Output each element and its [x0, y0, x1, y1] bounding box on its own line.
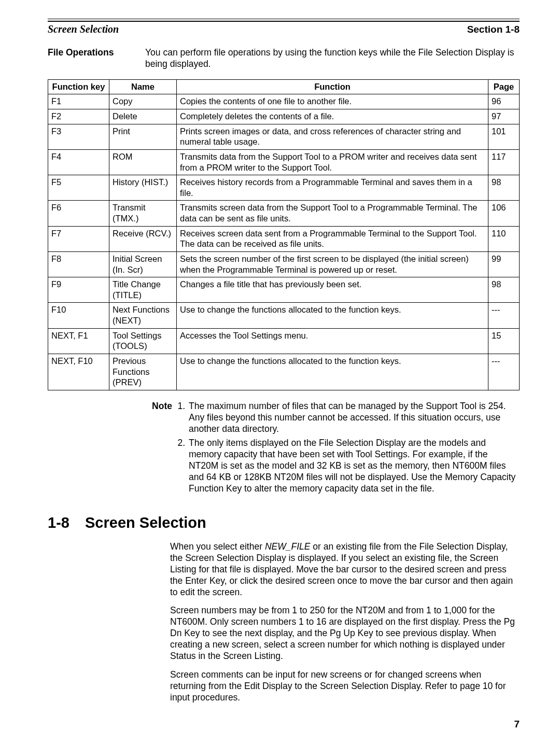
cell-page: 97 [488, 109, 520, 124]
cell-name: Previous Functions (PREV) [109, 354, 177, 390]
cell-name: Print [109, 124, 177, 149]
file-operations-text: You can perform file operations by using… [145, 47, 520, 70]
cell-func: Copies the contents of one file to anoth… [177, 94, 488, 109]
cell-name: Title Change (TITLE) [109, 277, 177, 303]
cell-page: --- [488, 303, 520, 328]
cell-func: Sets the screen number of the first scre… [177, 251, 488, 277]
section-p1a: When you select either [170, 541, 265, 552]
table-row: F3PrintPrints screen images or data, and… [48, 124, 520, 149]
section-p2: Screen numbers may be from 1 to 250 for … [170, 605, 520, 662]
rule-top-thick [48, 21, 520, 22]
table-row: F8Initial Screen (In. Scr)Sets the scree… [48, 251, 520, 277]
running-head-right: Section 1-8 [467, 23, 520, 36]
cell-name: Next Functions (NEXT) [109, 303, 177, 328]
cell-func: Use to change the functions allocated to… [177, 354, 488, 390]
table-row: NEXT, F1Tool Settings (TOOLS)Accesses th… [48, 328, 520, 354]
note-item: The only items displayed on the File Sel… [188, 438, 520, 494]
cell-name: History (HIST.) [109, 175, 177, 201]
cell-name: Delete [109, 109, 177, 124]
cell-key: F9 [48, 277, 109, 303]
col-page: Page [488, 79, 520, 94]
section-body: When you select either NEW_FILE or an ex… [170, 541, 520, 703]
cell-func: Prints screen images or data, and cross … [177, 124, 488, 149]
table-row: F1CopyCopies the contents of one file to… [48, 94, 520, 109]
cell-name: Copy [109, 94, 177, 109]
cell-page: 98 [488, 175, 520, 201]
cell-key: F3 [48, 124, 109, 149]
table-row: F2DeleteCompletely deletes the contents … [48, 109, 520, 124]
cell-page: --- [488, 354, 520, 390]
section-heading: 1-8 Screen Selection [48, 513, 520, 532]
cell-name: Tool Settings (TOOLS) [109, 328, 177, 354]
cell-name: Transmit (TMX.) [109, 201, 177, 226]
function-key-table: Function key Name Function Page F1CopyCo… [48, 79, 520, 390]
note-list: The maximum number of files that can be … [174, 401, 520, 498]
cell-func: Receives screen data sent from a Program… [177, 226, 488, 251]
page: Screen Selection Section 1-8 File Operat… [0, 0, 560, 744]
cell-func: Transmits data from the Support Tool to … [177, 149, 488, 175]
section-title: Screen Selection [85, 513, 206, 532]
cell-key: F2 [48, 109, 109, 124]
cell-func: Use to change the functions allocated to… [177, 303, 488, 328]
cell-page: 99 [488, 251, 520, 277]
file-operations-label: File Operations [48, 47, 136, 59]
cell-page: 15 [488, 328, 520, 354]
table-row: F4ROMTransmits data from the Support Too… [48, 149, 520, 175]
table-row: F10Next Functions (NEXT)Use to change th… [48, 303, 520, 328]
cell-func: Accesses the Tool Settings menu. [177, 328, 488, 354]
cell-page: 98 [488, 277, 520, 303]
table-row: F5History (HIST.)Receives history record… [48, 175, 520, 201]
section-p3: Screen comments can be input for new scr… [170, 669, 520, 704]
running-head-left: Screen Selection [48, 23, 119, 36]
table-row: F6Transmit (TMX.)Transmits screen data f… [48, 201, 520, 226]
running-head: Screen Selection Section 1-8 [48, 23, 520, 36]
note-label: Note [145, 401, 174, 498]
cell-page: 110 [488, 226, 520, 251]
cell-key: NEXT, F1 [48, 328, 109, 354]
cell-name: ROM [109, 149, 177, 175]
cell-key: F8 [48, 251, 109, 277]
section-number: 1-8 [48, 513, 85, 532]
col-key: Function key [48, 79, 109, 94]
cell-page: 117 [488, 149, 520, 175]
page-number: 7 [514, 718, 520, 731]
section-p1-filename: NEW_FILE [265, 541, 311, 552]
cell-func: Transmits screen data from the Support T… [177, 201, 488, 226]
table-row: F9Title Change (TITLE)Changes a file tit… [48, 277, 520, 303]
cell-key: F4 [48, 149, 109, 175]
cell-page: 96 [488, 94, 520, 109]
cell-func: Completely deletes the contents of a fil… [177, 109, 488, 124]
cell-name: Receive (RCV.) [109, 226, 177, 251]
table-row: NEXT, F10Previous Functions (PREV)Use to… [48, 354, 520, 390]
cell-key: F1 [48, 94, 109, 109]
cell-func: Receives history records from a Programm… [177, 175, 488, 201]
cell-key: F7 [48, 226, 109, 251]
col-func: Function [177, 79, 488, 94]
cell-page: 101 [488, 124, 520, 149]
note-item: The maximum number of files that can be … [188, 401, 520, 435]
cell-func: Changes a file title that has previously… [177, 277, 488, 303]
rule-top-thin [48, 19, 520, 19]
cell-key: F10 [48, 303, 109, 328]
cell-key: F6 [48, 201, 109, 226]
table-row: F7Receive (RCV.)Receives screen data sen… [48, 226, 520, 251]
cell-key: NEXT, F10 [48, 354, 109, 390]
file-operations-row: File Operations You can perform file ope… [48, 47, 520, 70]
cell-name: Initial Screen (In. Scr) [109, 251, 177, 277]
note-block: Note The maximum number of files that ca… [145, 401, 520, 498]
cell-key: F5 [48, 175, 109, 201]
col-name: Name [109, 79, 177, 94]
section-p1: When you select either NEW_FILE or an ex… [170, 541, 520, 598]
table-header-row: Function key Name Function Page [48, 79, 520, 94]
cell-page: 106 [488, 201, 520, 226]
